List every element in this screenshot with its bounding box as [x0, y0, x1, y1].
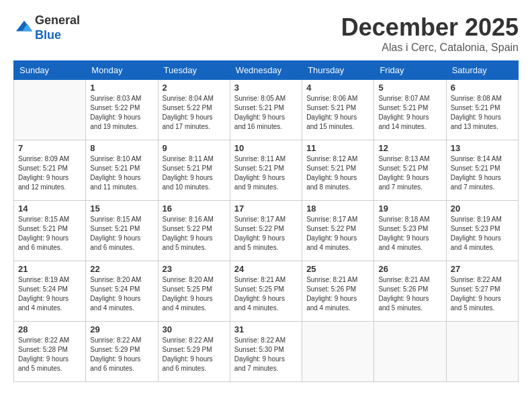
day-number: 26	[378, 264, 441, 274]
day-info: Sunrise: 8:12 AMSunset: 5:21 PMDaylight:…	[306, 154, 369, 192]
day-info: Sunrise: 8:21 AMSunset: 5:25 PMDaylight:…	[234, 275, 298, 313]
calendar-table: SundayMondayTuesdayWednesdayThursdayFrid…	[13, 60, 519, 382]
day-info: Sunrise: 8:22 AMSunset: 5:29 PMDaylight:…	[163, 336, 226, 373]
day-number: 3	[234, 83, 298, 93]
day-number: 11	[306, 143, 369, 153]
logo-general-text: General	[35, 13, 80, 27]
calendar-cell	[446, 322, 518, 382]
day-number: 23	[163, 264, 226, 274]
calendar-cell: 3Sunrise: 8:05 AMSunset: 5:21 PMDaylight…	[230, 80, 302, 140]
day-info: Sunrise: 8:20 AMSunset: 5:25 PMDaylight:…	[163, 275, 226, 313]
day-info: Sunrise: 8:08 AMSunset: 5:21 PMDaylight:…	[451, 94, 514, 132]
calendar-cell: 28Sunrise: 8:22 AMSunset: 5:28 PMDayligh…	[14, 322, 86, 382]
day-info: Sunrise: 8:15 AMSunset: 5:21 PMDaylight:…	[90, 215, 153, 253]
calendar-cell: 20Sunrise: 8:19 AMSunset: 5:23 PMDayligh…	[446, 201, 518, 261]
logo-blue-text: Blue	[35, 28, 61, 42]
day-number: 30	[163, 324, 226, 334]
calendar-cell: 12Sunrise: 8:13 AMSunset: 5:21 PMDayligh…	[374, 140, 446, 201]
day-info: Sunrise: 8:22 AMSunset: 5:27 PMDaylight:…	[451, 275, 514, 313]
title-section: December 2025 Alas i Cerc, Catalonia, Sp…	[341, 13, 519, 54]
day-info: Sunrise: 8:22 AMSunset: 5:30 PMDaylight:…	[234, 336, 298, 373]
day-number: 19	[378, 203, 441, 214]
day-info: Sunrise: 8:17 AMSunset: 5:22 PMDaylight:…	[234, 215, 298, 253]
day-number: 6	[451, 83, 514, 93]
day-info: Sunrise: 8:22 AMSunset: 5:29 PMDaylight:…	[90, 336, 153, 373]
calendar-cell: 26Sunrise: 8:21 AMSunset: 5:26 PMDayligh…	[374, 261, 446, 322]
calendar-cell: 29Sunrise: 8:22 AMSunset: 5:29 PMDayligh…	[86, 322, 158, 382]
day-info: Sunrise: 8:21 AMSunset: 5:26 PMDaylight:…	[306, 275, 369, 313]
day-info: Sunrise: 8:21 AMSunset: 5:26 PMDaylight:…	[378, 275, 441, 313]
day-info: Sunrise: 8:11 AMSunset: 5:21 PMDaylight:…	[163, 154, 226, 192]
day-number: 5	[378, 83, 441, 93]
day-number: 14	[18, 203, 81, 214]
calendar-cell: 9Sunrise: 8:11 AMSunset: 5:21 PMDaylight…	[158, 140, 230, 201]
calendar-cell: 2Sunrise: 8:04 AMSunset: 5:22 PMDaylight…	[158, 80, 230, 140]
calendar-cell	[374, 322, 446, 382]
weekday-header-monday: Monday	[86, 61, 158, 80]
day-number: 4	[306, 83, 369, 93]
calendar-cell: 15Sunrise: 8:15 AMSunset: 5:21 PMDayligh…	[86, 201, 158, 261]
calendar-cell: 27Sunrise: 8:22 AMSunset: 5:27 PMDayligh…	[446, 261, 518, 322]
day-number: 13	[451, 143, 514, 153]
calendar-cell: 22Sunrise: 8:20 AMSunset: 5:24 PMDayligh…	[86, 261, 158, 322]
day-number: 12	[378, 143, 441, 153]
day-info: Sunrise: 8:10 AMSunset: 5:21 PMDaylight:…	[90, 154, 153, 192]
logo-icon	[15, 17, 34, 36]
calendar-cell: 11Sunrise: 8:12 AMSunset: 5:21 PMDayligh…	[302, 140, 374, 201]
day-info: Sunrise: 8:07 AMSunset: 5:21 PMDaylight:…	[378, 94, 441, 132]
day-number: 27	[451, 264, 514, 274]
day-info: Sunrise: 8:04 AMSunset: 5:22 PMDaylight:…	[163, 94, 226, 132]
day-number: 7	[18, 143, 81, 153]
calendar-cell	[302, 322, 374, 382]
calendar-cell: 5Sunrise: 8:07 AMSunset: 5:21 PMDaylight…	[374, 80, 446, 140]
day-info: Sunrise: 8:16 AMSunset: 5:22 PMDaylight:…	[163, 215, 226, 253]
calendar-week-row: 28Sunrise: 8:22 AMSunset: 5:28 PMDayligh…	[14, 322, 519, 382]
day-number: 28	[18, 324, 81, 334]
weekday-header-tuesday: Tuesday	[158, 61, 230, 80]
logo: General Blue	[13, 13, 80, 42]
day-number: 24	[234, 264, 298, 274]
calendar-cell: 4Sunrise: 8:06 AMSunset: 5:21 PMDaylight…	[302, 80, 374, 140]
day-number: 25	[306, 264, 369, 274]
day-info: Sunrise: 8:11 AMSunset: 5:21 PMDaylight:…	[234, 154, 298, 192]
calendar-week-row: 1Sunrise: 8:03 AMSunset: 5:22 PMDaylight…	[14, 80, 519, 140]
day-number: 21	[18, 264, 81, 274]
calendar-cell: 1Sunrise: 8:03 AMSunset: 5:22 PMDaylight…	[86, 80, 158, 140]
weekday-header-row: SundayMondayTuesdayWednesdayThursdayFrid…	[14, 61, 519, 80]
calendar-cell: 23Sunrise: 8:20 AMSunset: 5:25 PMDayligh…	[158, 261, 230, 322]
day-number: 1	[90, 83, 153, 93]
day-info: Sunrise: 8:06 AMSunset: 5:21 PMDaylight:…	[306, 94, 369, 132]
day-number: 10	[234, 143, 298, 153]
day-number: 29	[90, 324, 153, 334]
day-number: 9	[163, 143, 226, 153]
day-number: 2	[163, 83, 226, 93]
month-title: December 2025	[341, 13, 519, 42]
calendar-cell: 25Sunrise: 8:21 AMSunset: 5:26 PMDayligh…	[302, 261, 374, 322]
day-info: Sunrise: 8:19 AMSunset: 5:23 PMDaylight:…	[451, 215, 514, 253]
calendar-cell: 8Sunrise: 8:10 AMSunset: 5:21 PMDaylight…	[86, 140, 158, 201]
day-number: 15	[90, 203, 153, 214]
day-number: 17	[234, 203, 298, 214]
page-header: General Blue December 2025 Alas i Cerc, …	[13, 13, 519, 54]
day-number: 20	[451, 203, 514, 214]
day-number: 31	[234, 324, 298, 334]
calendar-cell: 21Sunrise: 8:19 AMSunset: 5:24 PMDayligh…	[14, 261, 86, 322]
day-info: Sunrise: 8:05 AMSunset: 5:21 PMDaylight:…	[234, 94, 298, 132]
day-info: Sunrise: 8:18 AMSunset: 5:23 PMDaylight:…	[378, 215, 441, 253]
weekday-header-thursday: Thursday	[302, 61, 374, 80]
calendar-cell: 6Sunrise: 8:08 AMSunset: 5:21 PMDaylight…	[446, 80, 518, 140]
day-number: 8	[90, 143, 153, 153]
calendar-cell: 14Sunrise: 8:15 AMSunset: 5:21 PMDayligh…	[14, 201, 86, 261]
calendar-cell: 17Sunrise: 8:17 AMSunset: 5:22 PMDayligh…	[230, 201, 302, 261]
day-info: Sunrise: 8:14 AMSunset: 5:21 PMDaylight:…	[451, 154, 514, 192]
calendar-cell: 18Sunrise: 8:17 AMSunset: 5:22 PMDayligh…	[302, 201, 374, 261]
day-info: Sunrise: 8:09 AMSunset: 5:21 PMDaylight:…	[18, 154, 81, 192]
calendar-cell: 24Sunrise: 8:21 AMSunset: 5:25 PMDayligh…	[230, 261, 302, 322]
location-text: Alas i Cerc, Catalonia, Spain	[341, 42, 519, 54]
day-info: Sunrise: 8:03 AMSunset: 5:22 PMDaylight:…	[90, 94, 153, 132]
day-info: Sunrise: 8:20 AMSunset: 5:24 PMDaylight:…	[90, 275, 153, 313]
calendar-cell: 30Sunrise: 8:22 AMSunset: 5:29 PMDayligh…	[158, 322, 230, 382]
weekday-header-saturday: Saturday	[446, 61, 518, 80]
calendar-week-row: 14Sunrise: 8:15 AMSunset: 5:21 PMDayligh…	[14, 201, 519, 261]
calendar-cell: 19Sunrise: 8:18 AMSunset: 5:23 PMDayligh…	[374, 201, 446, 261]
